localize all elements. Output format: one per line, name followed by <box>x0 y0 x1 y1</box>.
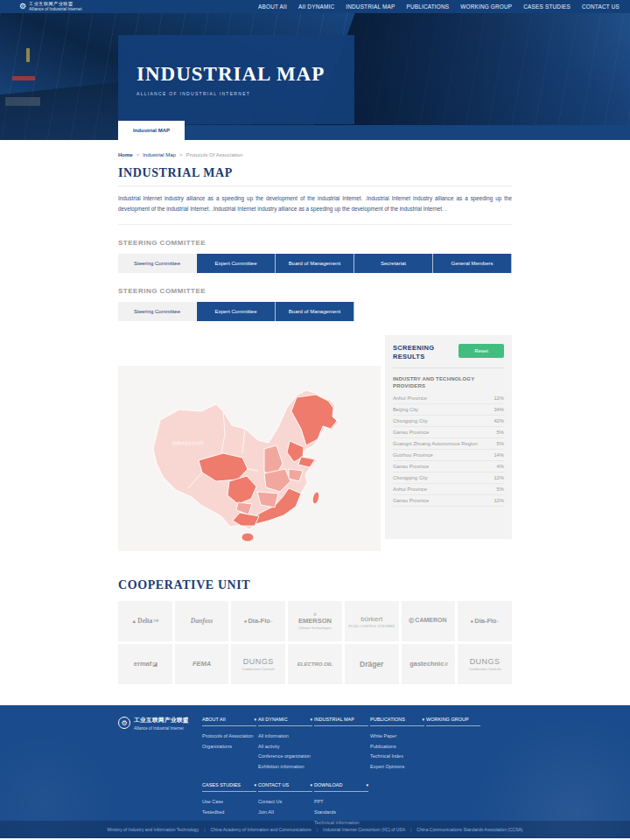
footer-link[interactable]: Conference organization <box>258 752 312 762</box>
footer-brand-en: Alliance of Industrial Internet <box>134 726 189 731</box>
nav-item-cases-studies[interactable]: CASES STUDIES <box>523 4 570 10</box>
footer-link[interactable]: Contact Us <box>258 797 312 808</box>
footer-link[interactable]: PPT <box>314 797 368 808</box>
partner-link[interactable]: China Academy of Information and Communi… <box>210 827 311 832</box>
chevron-down-icon: ▾ <box>422 717 424 722</box>
screening-row[interactable]: Gansu Province12% <box>393 495 504 507</box>
footer-col-dynamic: AII DYNAMIC▾ All information All activit… <box>258 717 312 772</box>
photo-accent <box>5 97 40 106</box>
gear-logo-icon: ⚙ <box>118 717 130 729</box>
logo-text: Danfoss <box>191 617 213 625</box>
partner-logo-draeger[interactable]: Dräger <box>345 644 399 684</box>
footer-col-title-download[interactable]: DOWNLOAD▾ <box>314 782 368 792</box>
partner-logo-emerson[interactable]: ❊ EMERSON Climate Technologies <box>288 601 342 641</box>
footer-link[interactable]: All information <box>258 732 312 742</box>
screening-row[interactable]: Gansu Province4% <box>393 461 504 472</box>
tab-board-of-management-2[interactable]: Board of Management <box>276 302 354 321</box>
region-name: Gansu Province <box>393 430 429 435</box>
chevron-down-icon: ▾ <box>254 717 256 722</box>
footer-link[interactable]: Standards <box>314 808 368 818</box>
map-region-label: 新疆维吾尔自治区 <box>172 440 205 446</box>
tab-steering-committee-2[interactable]: Steering Committee <box>118 302 197 321</box>
nav-item-contact-us[interactable]: CONTACT US <box>582 4 620 10</box>
nav-item-working-group[interactable]: WORKING GROUP <box>460 4 512 10</box>
footer-logo[interactable]: ⚙ 工业互联网产业联盟 Alliance of Industrial Inter… <box>118 717 202 772</box>
footer-link[interactable]: Join AII <box>258 808 312 818</box>
nav-item-publications[interactable]: PUBLICATIONS <box>406 4 449 10</box>
breadcrumb-separator: > <box>136 152 140 158</box>
footer-col-label: PUBLICATIONS <box>370 717 405 722</box>
footer-col-title-publications[interactable]: PUBLICATIONS▾ <box>370 717 424 726</box>
footer-link[interactable]: All activity <box>258 742 312 752</box>
photo-accent <box>12 76 35 80</box>
partner-link[interactable]: China Communications Standards Associati… <box>416 827 522 832</box>
chevron-down-icon: ▾ <box>254 782 256 788</box>
nav-item-industrial-map[interactable]: INDUSTRIAL MAP <box>346 4 395 10</box>
tab-secretariat[interactable]: Secretariat <box>354 254 433 273</box>
region-name: Gansu Province <box>393 464 429 469</box>
footer-link[interactable]: Technical Index <box>370 752 424 762</box>
partner-logo-fema[interactable]: FEMA <box>175 644 229 684</box>
footer-col-label: ABOUT AII <box>202 717 226 722</box>
tab-expert-committee-2[interactable]: Expert Committee <box>197 302 276 321</box>
hero-title-panel: INDUSTRIAL MAP ALLIANCE OF INDUSTRIAL IN… <box>118 35 354 124</box>
tab-general-members[interactable]: General Members <box>433 254 512 273</box>
logo-subtext: Combustion Controls <box>242 667 275 671</box>
footer-col-title-industrial-map[interactable]: INDUSTRIAL MAP <box>314 717 368 726</box>
footer-link[interactable]: Publications <box>370 742 424 752</box>
partner-link[interactable]: Industrial Internet Consortium (IIC) of … <box>323 827 405 832</box>
partner-logo-dia-flo[interactable]: ●Dia-Flo· <box>231 601 285 641</box>
hero-active-tab[interactable]: Industrial MAP <box>118 121 185 140</box>
footer-link[interactable]: Organizations <box>202 742 256 752</box>
partner-link[interactable]: Ministry of Industry and Information Tec… <box>107 827 199 832</box>
partner-logo-delta[interactable]: ▲Delta™ <box>118 601 172 641</box>
partner-logo-gastechnic[interactable]: gastechnic// <box>402 644 456 684</box>
screening-row[interactable]: Guizhou Province14% <box>393 450 504 461</box>
nav-item-dynamic[interactable]: AII DYNAMIC <box>298 4 334 10</box>
separator: | <box>317 827 318 832</box>
footer-link[interactable]: Exhibition information <box>258 762 312 773</box>
screening-row[interactable]: Anhui Province5% <box>393 484 504 495</box>
tab-expert-committee[interactable]: Expert Committee <box>197 254 276 273</box>
footer-col-title-contact-us[interactable]: CONTACT US▾ <box>258 782 312 792</box>
region-value: 42% <box>494 418 504 424</box>
hero-tab-strip <box>118 125 630 140</box>
partner-logo-dungs[interactable]: DUNGS Combustion Controls <box>231 644 285 684</box>
footer-link[interactable]: Protocols of Association <box>202 732 256 742</box>
nav-item-about[interactable]: ABOUT AII <box>258 4 287 10</box>
footer-link[interactable]: White Paper <box>370 732 424 742</box>
footer-col-title-about[interactable]: ABOUT AII▾ <box>202 717 256 726</box>
footer-col-label: CASES STUDIES <box>202 782 241 788</box>
tab-board-of-management[interactable]: Board of Management <box>276 254 354 273</box>
screening-row[interactable]: Chongqing City12% <box>393 472 504 484</box>
footer-link[interactable]: Use Case <box>202 797 256 808</box>
brand-name-en: Alliance of Industrial Internet <box>29 7 82 12</box>
partner-logo-dungs-2[interactable]: DUNGS Combustion Controls <box>458 644 512 684</box>
region-name: Guangxi Zhuang Autonomous Region <box>393 441 478 446</box>
screening-row[interactable]: Beijing City34% <box>393 404 504 416</box>
section-heading-steering-committee-1: STEERING COMMITTEE <box>118 239 512 247</box>
breadcrumb-industrial-map[interactable]: Industrial Map <box>143 152 176 158</box>
region-value: 34% <box>494 407 504 412</box>
breadcrumb-home[interactable]: Home <box>118 152 133 158</box>
reset-button[interactable]: Reset <box>458 344 504 358</box>
site-logo[interactable]: ⚙ 工业互联网产业联盟 Alliance of Industrial Inter… <box>19 2 82 11</box>
screening-row[interactable]: Guangxi Zhuang Autonomous Region5% <box>393 438 504 450</box>
partner-logo-cameron[interactable]: ⒸCAMERON <box>402 601 456 641</box>
partner-logo-electro-oil[interactable]: ELECTRO.OIL <box>288 644 342 684</box>
screening-row[interactable]: Chongqing City42% <box>393 416 504 427</box>
logo-subtext: FLUID CONTROL SYSTEMS <box>349 624 395 628</box>
footer-link[interactable]: Testedbed <box>202 808 256 818</box>
footer-col-title-cases-studies[interactable]: CASES STUDIES▾ <box>202 782 256 792</box>
partner-logo-dia-flo-2[interactable]: ●Dia-Flo· <box>458 601 512 641</box>
screening-row[interactable]: Anhui Province12% <box>393 393 504 404</box>
footer-col-title-dynamic[interactable]: AII DYNAMIC▾ <box>258 717 312 726</box>
partner-logo-ermaf[interactable]: ermaf◪ <box>118 644 172 684</box>
footer-link[interactable]: Expert Opinions <box>370 762 424 773</box>
china-map[interactable]: 新疆维吾尔自治区 <box>118 366 381 551</box>
footer-col-title-working-group[interactable]: WORKING GROUP <box>426 717 480 726</box>
partner-logo-danfoss[interactable]: Danfoss <box>175 601 229 641</box>
screening-row[interactable]: Gansu Province5% <box>393 427 504 438</box>
tab-steering-committee[interactable]: Steering Committee <box>118 254 197 273</box>
partner-logo-burkert[interactable]: bürkert FLUID CONTROL SYSTEMS <box>345 601 399 641</box>
